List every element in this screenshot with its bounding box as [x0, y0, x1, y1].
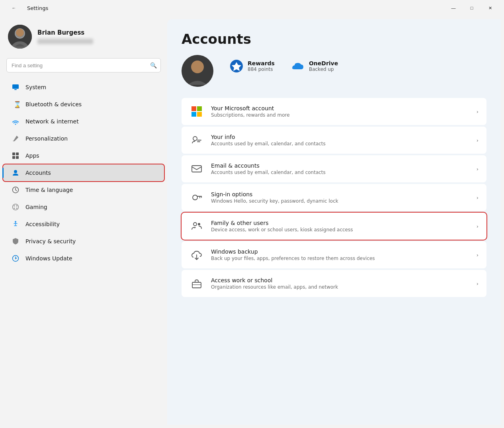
key-icon — [189, 190, 204, 205]
maximize-button[interactable]: □ — [463, 2, 481, 14]
avatar — [8, 25, 32, 49]
settings-row-signin[interactable]: Sign-in options Windows Hello, security … — [182, 184, 486, 211]
search-input[interactable] — [6, 58, 161, 72]
user-profile: Brian Burgess — [0, 21, 167, 57]
sidebar-item-label-gaming: Gaming — [25, 204, 47, 210]
main-panel: Accounts — [167, 19, 501, 425]
rewards-icon — [229, 59, 244, 73]
shield-icon — [11, 237, 20, 246]
chevron-right-icon-4: › — [477, 195, 479, 201]
minimize-button[interactable]: — — [444, 2, 463, 14]
email-desc: Accounts used by email, calendar, and co… — [211, 170, 469, 175]
backup-icon — [189, 248, 204, 262]
svg-rect-11 — [12, 156, 15, 159]
svg-point-32 — [193, 223, 197, 226]
bluetooth-icon: ⌛ — [11, 100, 20, 109]
work-school-content: Access work or school Organization resou… — [211, 277, 469, 290]
family-desc: Device access, work or school users, kio… — [211, 227, 469, 233]
titlebar-controls: — □ ✕ — [444, 2, 499, 14]
user-info: Brian Burgess — [37, 29, 93, 44]
back-button[interactable]: ← — [5, 2, 23, 14]
svg-rect-34 — [192, 282, 201, 288]
close-button[interactable]: ✕ — [481, 2, 499, 14]
sidebar-item-system[interactable]: System — [3, 79, 164, 96]
gaming-icon — [11, 203, 20, 211]
clock-icon — [11, 186, 20, 194]
svg-point-16 — [14, 205, 15, 207]
svg-point-15 — [13, 204, 19, 210]
briefcase-icon — [189, 276, 204, 291]
sidebar-item-accessibility[interactable]: Accessibility — [3, 216, 164, 233]
chevron-right-icon-7: › — [477, 281, 479, 287]
account-header: Rewards 884 points OneDrive Backed up — [182, 55, 486, 87]
svg-rect-9 — [12, 152, 15, 155]
email-content: Email & accounts Accounts used by email,… — [211, 162, 469, 175]
svg-rect-6 — [14, 89, 17, 90]
svg-rect-28 — [197, 112, 202, 117]
settings-row-email[interactable]: Email & accounts Accounts used by email,… — [182, 155, 486, 182]
settings-row-microsoft-account[interactable]: Your Microsoft account Subscriptions, re… — [182, 98, 486, 125]
email-icon — [189, 162, 204, 176]
sidebar-item-update[interactable]: Windows Update — [3, 250, 164, 267]
sidebar-nav: System ⌛ Bluetooth & devices — [0, 79, 167, 267]
titlebar: ← Settings — □ ✕ — [0, 0, 504, 16]
svg-point-17 — [16, 205, 18, 207]
accounts-icon — [11, 168, 20, 177]
chevron-right-icon-6: › — [477, 252, 479, 258]
svg-point-8 — [15, 124, 16, 125]
sidebar-item-label-network: Network & internet — [25, 118, 79, 125]
sidebar-item-label-bluetooth: Bluetooth & devices — [25, 101, 82, 107]
chevron-right-icon-5: › — [477, 223, 479, 229]
sidebar-item-time[interactable]: Time & language — [3, 182, 164, 198]
sidebar-item-label-time: Time & language — [25, 187, 73, 193]
svg-point-31 — [193, 195, 197, 200]
onedrive-label: OneDrive — [309, 60, 338, 66]
sidebar-item-accounts[interactable]: Accounts — [3, 164, 164, 181]
backup-title: Windows backup — [211, 248, 469, 255]
family-content: Family & other users Device access, work… — [211, 220, 469, 233]
microsoft-account-title: Your Microsoft account — [211, 105, 469, 111]
chevron-right-icon: › — [477, 109, 479, 115]
onedrive-icon — [291, 59, 305, 73]
titlebar-title: Settings — [27, 5, 48, 11]
settings-row-work-school[interactable]: Access work or school Organization resou… — [182, 270, 486, 297]
svg-rect-5 — [12, 84, 19, 89]
svg-rect-30 — [192, 166, 201, 172]
titlebar-left: ← Settings — [5, 2, 48, 14]
family-title: Family & other users — [211, 220, 469, 226]
accessibility-icon — [11, 220, 20, 229]
your-info-content: Your info Accounts used by email, calend… — [211, 134, 469, 147]
settings-list: Your Microsoft account Subscriptions, re… — [182, 98, 486, 297]
sidebar-item-label-privacy: Privacy & security — [25, 238, 76, 244]
sidebar-item-gaming[interactable]: Gaming — [3, 199, 164, 215]
family-icon — [189, 219, 204, 233]
rewards-service: Rewards 884 points — [229, 59, 275, 73]
person-info-icon — [189, 133, 204, 147]
settings-row-family[interactable]: Family & other users Device access, work… — [182, 213, 486, 240]
sidebar-item-label-update: Windows Update — [25, 255, 72, 262]
svg-rect-25 — [191, 106, 196, 111]
backup-content: Windows backup Back up your files, apps,… — [211, 248, 469, 261]
svg-point-20 — [15, 221, 16, 223]
sidebar-item-personalization[interactable]: Personalization — [3, 130, 164, 147]
email-title: Email & accounts — [211, 162, 469, 169]
user-name: Brian Burgess — [37, 29, 93, 36]
settings-row-your-info[interactable]: Your info Accounts used by email, calend… — [182, 127, 486, 154]
sidebar-item-network[interactable]: Network & internet — [3, 113, 164, 130]
sidebar-item-privacy[interactable]: Privacy & security — [3, 233, 164, 250]
sidebar-item-bluetooth[interactable]: ⌛ Bluetooth & devices — [3, 96, 164, 113]
svg-point-18 — [14, 208, 15, 209]
sidebar-item-label-personalization: Personalization — [25, 135, 68, 142]
svg-rect-27 — [191, 112, 196, 117]
sidebar-item-apps[interactable]: Apps — [3, 147, 164, 164]
your-info-desc: Accounts used by email, calendar, and co… — [211, 141, 469, 147]
settings-row-backup[interactable]: Windows backup Back up your files, apps,… — [182, 241, 486, 268]
brush-icon — [11, 134, 20, 143]
chevron-right-icon-2: › — [477, 137, 479, 143]
microsoft-account-desc: Subscriptions, rewards and more — [211, 112, 469, 118]
onedrive-value: Backed up — [309, 66, 338, 72]
signin-content: Sign-in options Windows Hello, security … — [211, 191, 469, 204]
update-icon — [11, 254, 20, 263]
monitor-icon — [11, 83, 20, 92]
sidebar-item-label-accounts: Accounts — [25, 170, 51, 176]
